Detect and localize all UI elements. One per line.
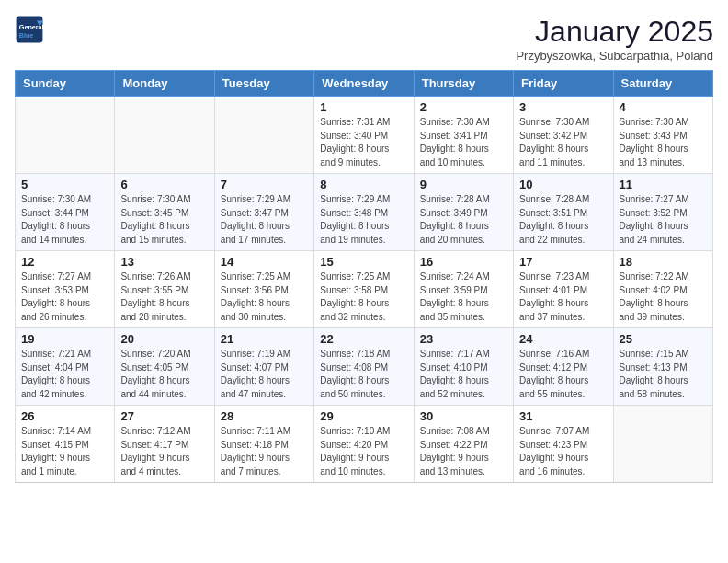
- day-info: Sunrise: 7:30 AM Sunset: 3:41 PM Dayligh…: [420, 116, 507, 169]
- day-number: 3: [519, 100, 607, 114]
- day-info: Sunrise: 7:25 AM Sunset: 3:58 PM Dayligh…: [320, 270, 407, 324]
- title-block: January 2025 Przybyszowka, Subcarpathia,…: [516, 15, 713, 63]
- day-number: 25: [620, 332, 707, 346]
- day-number: 19: [21, 332, 108, 346]
- logo-icon: General Blue: [15, 15, 44, 44]
- day-number: 13: [120, 255, 208, 269]
- col-thursday: Thursday: [414, 71, 513, 97]
- day-number: 12: [21, 255, 108, 269]
- calendar-week-0: 1Sunrise: 7:31 AM Sunset: 3:40 PM Daylig…: [16, 97, 713, 174]
- calendar-cell: 17Sunrise: 7:23 AM Sunset: 4:01 PM Dayli…: [514, 251, 613, 328]
- day-info: Sunrise: 7:27 AM Sunset: 3:53 PM Dayligh…: [21, 270, 108, 324]
- day-info: Sunrise: 7:11 AM Sunset: 4:18 PM Dayligh…: [221, 425, 308, 478]
- col-friday: Friday: [514, 71, 613, 97]
- day-number: 1: [320, 100, 407, 114]
- day-number: 15: [320, 255, 407, 269]
- calendar-cell: 7Sunrise: 7:29 AM Sunset: 3:47 PM Daylig…: [214, 174, 313, 251]
- day-info: Sunrise: 7:30 AM Sunset: 3:45 PM Dayligh…: [120, 193, 208, 247]
- calendar-cell: 26Sunrise: 7:14 AM Sunset: 4:15 PM Dayli…: [16, 406, 115, 483]
- calendar-week-2: 12Sunrise: 7:27 AM Sunset: 3:53 PM Dayli…: [16, 251, 713, 328]
- calendar-cell: 21Sunrise: 7:19 AM Sunset: 4:07 PM Dayli…: [214, 328, 313, 406]
- day-info: Sunrise: 7:27 AM Sunset: 3:52 PM Dayligh…: [620, 193, 707, 247]
- day-number: 26: [21, 409, 108, 423]
- day-number: 24: [519, 332, 607, 346]
- calendar-cell: 2Sunrise: 7:30 AM Sunset: 3:41 PM Daylig…: [414, 97, 513, 174]
- day-info: Sunrise: 7:15 AM Sunset: 4:13 PM Dayligh…: [620, 348, 707, 401]
- calendar-cell: [16, 97, 115, 174]
- logo: General Blue: [15, 15, 44, 44]
- day-number: 27: [120, 409, 208, 423]
- day-number: 9: [420, 178, 507, 191]
- col-sunday: Sunday: [16, 71, 115, 97]
- calendar-table: Sunday Monday Tuesday Wednesday Thursday…: [15, 70, 713, 483]
- day-number: 20: [120, 332, 208, 346]
- day-number: 22: [320, 332, 407, 346]
- calendar-cell: 15Sunrise: 7:25 AM Sunset: 3:58 PM Dayli…: [314, 251, 414, 328]
- calendar-cell: 11Sunrise: 7:27 AM Sunset: 3:52 PM Dayli…: [613, 174, 712, 251]
- day-info: Sunrise: 7:25 AM Sunset: 3:56 PM Dayligh…: [221, 270, 308, 324]
- day-number: 6: [120, 178, 208, 191]
- calendar-cell: 20Sunrise: 7:20 AM Sunset: 4:05 PM Dayli…: [115, 328, 214, 406]
- day-info: Sunrise: 7:08 AM Sunset: 4:22 PM Dayligh…: [420, 425, 507, 478]
- calendar-cell: 13Sunrise: 7:26 AM Sunset: 3:55 PM Dayli…: [115, 251, 214, 328]
- day-number: 31: [519, 409, 607, 423]
- day-info: Sunrise: 7:30 AM Sunset: 3:42 PM Dayligh…: [519, 116, 607, 169]
- page-header: General Blue January 2025 Przybyszowka, …: [15, 15, 713, 63]
- calendar-cell: 29Sunrise: 7:10 AM Sunset: 4:20 PM Dayli…: [314, 406, 414, 483]
- calendar-cell: 1Sunrise: 7:31 AM Sunset: 3:40 PM Daylig…: [314, 97, 414, 174]
- calendar-cell: 6Sunrise: 7:30 AM Sunset: 3:45 PM Daylig…: [115, 174, 214, 251]
- day-number: 21: [221, 332, 308, 346]
- calendar-cell: 25Sunrise: 7:15 AM Sunset: 4:13 PM Dayli…: [613, 328, 712, 406]
- month-title: January 2025: [516, 15, 713, 49]
- day-number: 11: [620, 178, 707, 191]
- calendar-cell: 31Sunrise: 7:07 AM Sunset: 4:23 PM Dayli…: [514, 406, 613, 483]
- location: Przybyszowka, Subcarpathia, Poland: [516, 49, 713, 63]
- day-info: Sunrise: 7:16 AM Sunset: 4:12 PM Dayligh…: [519, 348, 607, 401]
- col-saturday: Saturday: [613, 71, 712, 97]
- calendar-header-row: Sunday Monday Tuesday Wednesday Thursday…: [16, 71, 713, 97]
- calendar-cell: 3Sunrise: 7:30 AM Sunset: 3:42 PM Daylig…: [514, 97, 613, 174]
- calendar-cell: 30Sunrise: 7:08 AM Sunset: 4:22 PM Dayli…: [414, 406, 513, 483]
- day-number: 7: [221, 178, 308, 191]
- day-number: 2: [420, 100, 507, 114]
- calendar-cell: [613, 406, 712, 483]
- day-info: Sunrise: 7:28 AM Sunset: 3:49 PM Dayligh…: [420, 193, 507, 247]
- day-number: 16: [420, 255, 507, 269]
- day-info: Sunrise: 7:29 AM Sunset: 3:47 PM Dayligh…: [221, 193, 308, 247]
- col-wednesday: Wednesday: [314, 71, 414, 97]
- calendar-week-3: 19Sunrise: 7:21 AM Sunset: 4:04 PM Dayli…: [16, 328, 713, 406]
- day-info: Sunrise: 7:24 AM Sunset: 3:59 PM Dayligh…: [420, 270, 507, 324]
- day-info: Sunrise: 7:18 AM Sunset: 4:08 PM Dayligh…: [320, 348, 407, 401]
- calendar-cell: 14Sunrise: 7:25 AM Sunset: 3:56 PM Dayli…: [214, 251, 313, 328]
- day-number: 23: [420, 332, 507, 346]
- calendar-cell: 18Sunrise: 7:22 AM Sunset: 4:02 PM Dayli…: [613, 251, 712, 328]
- day-info: Sunrise: 7:30 AM Sunset: 3:43 PM Dayligh…: [620, 116, 707, 169]
- day-number: 29: [320, 409, 407, 423]
- calendar-cell: 16Sunrise: 7:24 AM Sunset: 3:59 PM Dayli…: [414, 251, 513, 328]
- day-info: Sunrise: 7:12 AM Sunset: 4:17 PM Dayligh…: [120, 425, 208, 478]
- day-info: Sunrise: 7:28 AM Sunset: 3:51 PM Dayligh…: [519, 193, 607, 247]
- day-info: Sunrise: 7:29 AM Sunset: 3:48 PM Dayligh…: [320, 193, 407, 247]
- day-info: Sunrise: 7:23 AM Sunset: 4:01 PM Dayligh…: [519, 270, 607, 324]
- calendar-cell: 5Sunrise: 7:30 AM Sunset: 3:44 PM Daylig…: [16, 174, 115, 251]
- calendar-cell: 8Sunrise: 7:29 AM Sunset: 3:48 PM Daylig…: [314, 174, 414, 251]
- calendar-cell: 22Sunrise: 7:18 AM Sunset: 4:08 PM Dayli…: [314, 328, 414, 406]
- calendar-cell: [115, 97, 214, 174]
- calendar-cell: 10Sunrise: 7:28 AM Sunset: 3:51 PM Dayli…: [514, 174, 613, 251]
- calendar-cell: 27Sunrise: 7:12 AM Sunset: 4:17 PM Dayli…: [115, 406, 214, 483]
- calendar-week-4: 26Sunrise: 7:14 AM Sunset: 4:15 PM Dayli…: [16, 406, 713, 483]
- day-number: 5: [21, 178, 108, 191]
- svg-text:Blue: Blue: [19, 31, 34, 40]
- col-monday: Monday: [115, 71, 214, 97]
- day-number: 18: [620, 255, 707, 269]
- day-info: Sunrise: 7:17 AM Sunset: 4:10 PM Dayligh…: [420, 348, 507, 401]
- day-info: Sunrise: 7:10 AM Sunset: 4:20 PM Dayligh…: [320, 425, 407, 478]
- day-number: 28: [221, 409, 308, 423]
- day-info: Sunrise: 7:19 AM Sunset: 4:07 PM Dayligh…: [221, 348, 308, 401]
- day-number: 8: [320, 178, 407, 191]
- day-info: Sunrise: 7:31 AM Sunset: 3:40 PM Dayligh…: [320, 116, 407, 169]
- col-tuesday: Tuesday: [214, 71, 313, 97]
- day-number: 30: [420, 409, 507, 423]
- calendar-cell: 4Sunrise: 7:30 AM Sunset: 3:43 PM Daylig…: [613, 97, 712, 174]
- day-number: 17: [519, 255, 607, 269]
